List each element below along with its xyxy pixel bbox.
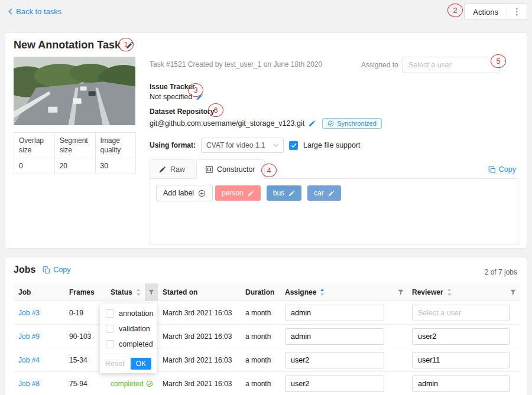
filter-status-icon[interactable] (145, 283, 158, 301)
jobs-title-row: Jobs Copy (14, 265, 71, 275)
filter-option-annotation-label: annotation (119, 309, 153, 318)
actions-button-group: Actions ⋮ (464, 4, 527, 20)
job-link[interactable]: Job #4 (14, 356, 64, 364)
labels-constructor-panel: Add label person bus (150, 178, 518, 244)
checkbox-completed[interactable] (106, 340, 114, 348)
edit-label-icon[interactable] (248, 190, 254, 197)
check-circle-icon (327, 120, 334, 127)
job-link[interactable]: Job #8 (14, 380, 64, 388)
copy-labels-label: Copy (499, 165, 516, 174)
col-reviewer: Reviewer (407, 283, 520, 301)
task-meta: Task #1521 Created by test_user_1 on Jun… (150, 60, 322, 68)
assignee-input[interactable] (285, 328, 384, 345)
job-row: Job #3 0-19 March 3rd 2021 16:03 a month (14, 301, 520, 325)
chevron-left-icon (8, 8, 12, 15)
cvat-task-page: Back to tasks Actions ⋮ New Annotation T… (0, 0, 532, 395)
filter-option-validation-label: validation (119, 325, 150, 333)
format-select[interactable]: CVAT for video 1.1 (201, 138, 284, 153)
param-header-segment: Segment size (54, 133, 95, 158)
filter-option-completed[interactable]: completed (100, 337, 157, 352)
repository-url: git@github.com:username/git_storage_v123… (150, 119, 304, 128)
assigned-to-label: Assigned to (361, 61, 398, 69)
tab-constructor-label: Constructor (217, 165, 255, 174)
task-params-table: Overlap size Segment size Image quality … (14, 132, 136, 174)
check-circle-icon (146, 380, 153, 387)
jobs-card: Jobs Copy 2 of 7 jobs Job Frames Status (5, 257, 527, 395)
started-cell: March 3rd 2021 16:03 (158, 356, 241, 364)
checkbox-annotation[interactable] (106, 309, 114, 318)
sort-status-icon[interactable] (136, 288, 141, 296)
param-header-overlap: Overlap size (14, 133, 55, 158)
back-to-tasks-label: Back to tasks (16, 7, 61, 16)
tab-constructor[interactable]: Constructor (196, 159, 265, 179)
sort-reviewer-icon[interactable] (447, 288, 452, 296)
param-value-overlap: 0 (14, 158, 55, 174)
assignee-input[interactable] (285, 376, 384, 392)
tab-raw[interactable]: Raw (150, 159, 194, 179)
filter-option-validation[interactable]: validation (100, 321, 157, 337)
copy-labels-link[interactable]: Copy (488, 165, 516, 174)
status-filter-dropdown: annotation validation completed Reset OK (100, 303, 157, 373)
actions-button[interactable]: Actions (465, 8, 507, 17)
param-value-segment: 20 (54, 158, 95, 174)
filter-option-annotation[interactable]: annotation (100, 306, 157, 321)
more-menu-button[interactable]: ⋮ (507, 4, 527, 19)
pencil-icon (159, 166, 166, 173)
task-detail-card: New Annotation Task Overlap size (5, 32, 527, 249)
filter-ok-button[interactable]: OK (131, 358, 151, 370)
reviewer-input[interactable] (412, 352, 510, 368)
large-file-support-label: Large file support (303, 141, 361, 149)
param-value-quality: 30 (95, 158, 135, 174)
using-format-label: Using format: (150, 141, 196, 149)
status-cell: completed (106, 380, 158, 388)
chevron-down-icon (273, 143, 278, 147)
col-assignee: Assignee (280, 283, 407, 301)
copy-icon (43, 266, 50, 274)
col-started-on: Started on (158, 283, 241, 301)
annotation-callout-3: 3 (188, 83, 203, 97)
job-row: Job #9 90-103 March 3rd 2021 16:03 a mon… (14, 325, 520, 348)
issue-tracker-value: Not specified (150, 93, 192, 101)
param-header-quality: Image quality (95, 133, 135, 158)
label-chip-bus-name: bus (273, 189, 284, 197)
tab-raw-label: Raw (170, 165, 185, 174)
filter-reset-button[interactable]: Reset (105, 360, 125, 368)
task-title: New Annotation Task (14, 39, 121, 51)
frames-cell: 75-94 (64, 380, 106, 388)
edit-label-icon[interactable] (328, 190, 335, 197)
reviewer-input[interactable] (412, 305, 510, 321)
reviewer-input[interactable] (412, 376, 510, 392)
task-title-row: New Annotation Task (14, 39, 134, 51)
assignee-input[interactable] (285, 352, 384, 368)
annotation-callout-6: 6 (208, 103, 223, 117)
filter-assignee-icon[interactable] (394, 283, 407, 301)
labels-tabs: Raw Constructor (150, 159, 267, 179)
annotation-callout-2: 2 (447, 4, 463, 17)
checkbox-validation[interactable] (106, 325, 114, 333)
large-file-support-checkbox[interactable] (289, 141, 298, 150)
sort-assignee-icon[interactable] (320, 288, 325, 296)
job-link[interactable]: Job #3 (14, 309, 64, 317)
add-label-button[interactable]: Add label (156, 185, 213, 201)
started-cell: March 3rd 2021 16:03 (158, 309, 241, 317)
assignee-input[interactable] (285, 305, 384, 321)
sync-status-label: Synchronized (337, 120, 377, 127)
annotation-callout-5: 5 (491, 54, 506, 68)
reviewer-input[interactable] (412, 328, 510, 345)
jobs-title: Jobs (14, 265, 35, 275)
dataset-repository-row: git@github.com:username/git_storage_v123… (150, 118, 382, 129)
task-assignee-input[interactable] (403, 57, 499, 73)
annotation-callout-4: 4 (261, 164, 277, 177)
job-link[interactable]: Job #9 (14, 332, 64, 341)
dataset-repository-label: Dataset Repository (150, 107, 214, 116)
edit-repository-icon[interactable] (309, 120, 316, 127)
label-chip-car: car (307, 185, 341, 201)
edit-label-icon[interactable] (288, 190, 295, 197)
task-preview-image (14, 57, 135, 125)
annotation-callout-1: 1 (118, 38, 134, 51)
filter-reviewer-icon[interactable] (507, 283, 520, 301)
duration-cell: a month (241, 380, 280, 388)
status-completed-label: completed (111, 380, 143, 388)
back-to-tasks-link[interactable]: Back to tasks (8, 7, 61, 16)
copy-jobs-link[interactable]: Copy (43, 266, 70, 274)
